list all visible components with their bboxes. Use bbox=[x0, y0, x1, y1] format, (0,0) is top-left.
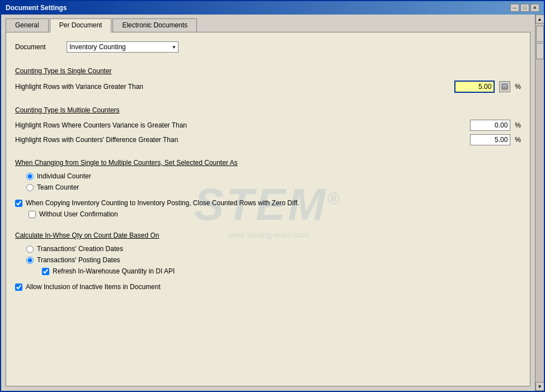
individual-counter-label: Individual Counter bbox=[37, 172, 91, 180]
svg-rect-1 bbox=[502, 84, 507, 86]
creation-dates-row: Transactions' Creation Dates bbox=[26, 245, 521, 253]
document-select-wrapper[interactable]: Inventory Counting bbox=[67, 41, 178, 53]
changing-counter-label: When Changing from Single to Multiple Co… bbox=[15, 159, 238, 167]
highlight-variance-unit: % bbox=[515, 83, 521, 91]
svg-rect-5 bbox=[502, 88, 504, 89]
counters-diff-input[interactable] bbox=[470, 134, 510, 145]
highlight-variance-row: Highlight Rows with Variance Greater Tha… bbox=[15, 81, 521, 93]
without-user-label: Without User Confirmation bbox=[39, 210, 118, 218]
calculator-button[interactable] bbox=[499, 81, 510, 92]
tab-content: STEM® www.sterling-team.com Document Inv… bbox=[6, 32, 530, 386]
counters-diff-row: Highlight Rows with Counters' Difference… bbox=[15, 134, 521, 145]
window-controls: ─ □ ✕ bbox=[510, 4, 539, 12]
counters-diff-unit: % bbox=[515, 136, 521, 144]
counters-variance-label: Highlight Rows Where Counters Variance i… bbox=[15, 121, 466, 129]
counters-variance-row: Highlight Rows Where Counters Variance i… bbox=[15, 120, 521, 131]
without-user-checkbox[interactable] bbox=[29, 211, 36, 218]
svg-rect-7 bbox=[506, 88, 507, 89]
document-row: Document Inventory Counting bbox=[15, 41, 521, 53]
highlight-variance-label: Highlight Rows with Variance Greater Tha… bbox=[15, 83, 450, 91]
team-counter-radio[interactable] bbox=[26, 184, 34, 191]
copy-inventory-row: When Copying Inventory Counting to Inven… bbox=[15, 199, 521, 207]
copy-inventory-checkbox[interactable] bbox=[15, 200, 22, 207]
allow-inactive-row: Allow Inclusion of Inactive Items in Doc… bbox=[15, 283, 521, 291]
section-calculate: Calculate In-Whse Qty on Count Date Base… bbox=[15, 226, 521, 275]
posting-dates-row: Transactions' Posting Dates bbox=[26, 256, 521, 264]
section-single-counter: Counting Type Is Single Counter Highligh… bbox=[15, 62, 521, 93]
svg-rect-2 bbox=[502, 87, 504, 88]
creation-dates-radio[interactable] bbox=[26, 245, 34, 253]
scroll-up-button[interactable]: ▲ bbox=[535, 15, 544, 23]
section-copy-inventory: When Copying Inventory Counting to Inven… bbox=[15, 199, 521, 218]
copy-inventory-label: When Copying Inventory Counting to Inven… bbox=[26, 199, 299, 207]
document-select[interactable]: Inventory Counting bbox=[67, 41, 178, 53]
refresh-label: Refresh In-Warehouse Quantity in DI API bbox=[53, 267, 175, 275]
highlight-variance-input[interactable] bbox=[454, 81, 495, 93]
scroll-track[interactable] bbox=[535, 23, 544, 382]
scroll-down-button[interactable]: ▼ bbox=[535, 382, 544, 391]
scroll-thumb[interactable] bbox=[536, 26, 544, 59]
allow-inactive-checkbox[interactable] bbox=[15, 284, 22, 291]
svg-rect-6 bbox=[504, 88, 505, 89]
restore-button[interactable]: □ bbox=[520, 4, 529, 12]
window-title: Document Settings bbox=[6, 4, 67, 12]
team-counter-label: Team Counter bbox=[37, 183, 79, 191]
posting-dates-label: Transactions' Posting Dates bbox=[37, 256, 120, 264]
counters-variance-unit: % bbox=[515, 121, 521, 129]
without-user-row: Without User Confirmation bbox=[29, 210, 521, 218]
scrollbar[interactable]: ▲ ▼ bbox=[535, 15, 544, 391]
calculate-label: Calculate In-Whse Qty on Count Date Base… bbox=[15, 232, 159, 239]
section-allow-inactive: Allow Inclusion of Inactive Items in Doc… bbox=[15, 283, 521, 291]
single-counter-label: Counting Type Is Single Counter bbox=[15, 67, 112, 75]
section-multiple-counters: Counting Type Is Multiple Counters Highl… bbox=[15, 101, 521, 145]
individual-counter-row: Individual Counter bbox=[26, 172, 521, 180]
tab-general[interactable]: General bbox=[6, 18, 49, 32]
minimize-button[interactable]: ─ bbox=[510, 4, 519, 12]
svg-rect-3 bbox=[504, 87, 505, 88]
creation-dates-label: Transactions' Creation Dates bbox=[37, 245, 123, 253]
scroll-grip bbox=[537, 41, 543, 44]
multiple-counters-label: Counting Type Is Multiple Counters bbox=[15, 106, 120, 114]
refresh-row: Refresh In-Warehouse Quantity in DI API bbox=[42, 267, 521, 275]
main-window: Document Settings ─ □ ✕ General Per Docu… bbox=[0, 0, 545, 392]
allow-inactive-label: Allow Inclusion of Inactive Items in Doc… bbox=[26, 283, 161, 291]
section-changing-counter: When Changing from Single to Multiple Co… bbox=[15, 153, 521, 191]
team-counter-row: Team Counter bbox=[26, 183, 521, 191]
tab-electronic-documents[interactable]: Electronic Documents bbox=[112, 18, 197, 32]
individual-counter-radio[interactable] bbox=[26, 173, 34, 180]
posting-dates-radio[interactable] bbox=[26, 257, 34, 264]
document-label: Document bbox=[15, 43, 60, 51]
counters-variance-input[interactable] bbox=[470, 120, 510, 131]
title-bar: Document Settings ─ □ ✕ bbox=[1, 1, 544, 15]
refresh-checkbox[interactable] bbox=[42, 268, 49, 275]
close-button[interactable]: ✕ bbox=[530, 4, 539, 12]
main-area: General Per Document Electronic Document… bbox=[1, 15, 535, 391]
counters-diff-label: Highlight Rows with Counters' Difference… bbox=[15, 136, 466, 144]
window-content: General Per Document Electronic Document… bbox=[1, 15, 544, 391]
tab-per-document[interactable]: Per Document bbox=[50, 18, 112, 32]
tab-bar: General Per Document Electronic Document… bbox=[1, 15, 535, 32]
svg-rect-4 bbox=[506, 87, 507, 88]
